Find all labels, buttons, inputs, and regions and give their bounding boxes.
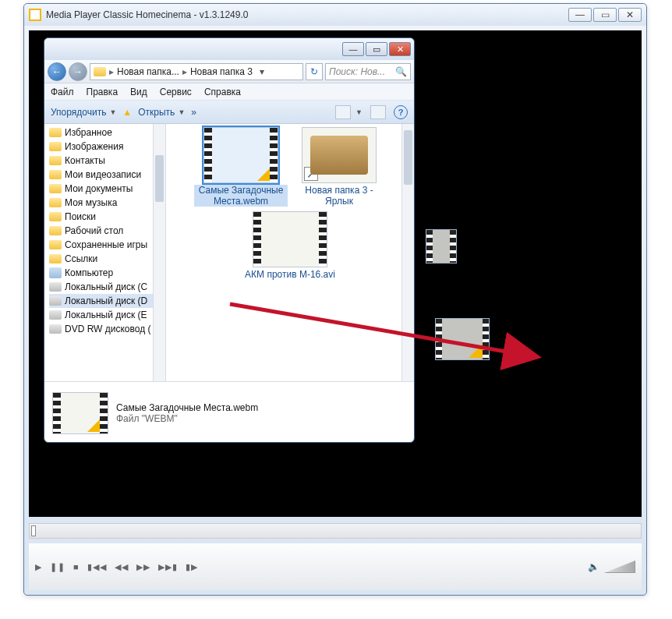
explorer-menubar: Файл Правка Вид Сервис Справка [44,83,414,101]
volume-slider[interactable] [604,561,635,573]
play-button[interactable]: ▶ [35,562,42,572]
seek-handle[interactable] [31,525,36,536]
search-placeholder: Поиск: Нов... [329,66,385,77]
tree-item-label: Ссылки [65,253,97,264]
tree-scroll-thumb[interactable] [155,155,164,202]
forward-button[interactable]: ▶▶ [136,562,150,572]
fld-icon [49,240,62,249]
maximize-button[interactable]: ▭ [593,8,617,22]
menu-tools[interactable]: Сервис [160,87,192,97]
explorer-minimize-button[interactable]: — [342,42,364,56]
svg-rect-1 [30,10,40,19]
tree-item-label: Избранное [65,127,112,138]
items-scroll-thumb[interactable] [404,130,412,185]
tree-item[interactable]: Локальный диск (E [49,308,165,322]
toolbar-more[interactable]: » [191,107,196,118]
chevron-down-icon[interactable]: ▼ [355,108,363,116]
fld-icon [49,156,62,165]
tree-item[interactable]: Моя музыка [49,196,165,210]
stop-button[interactable]: ■ [73,562,80,571]
file-thumb [203,127,278,183]
items-pane[interactable]: Самые Загадочные Места.webm↗Новая папка … [166,124,414,381]
minimize-button[interactable]: — [568,8,592,22]
file-item[interactable]: ↗Новая папка 3 - Ярлык [292,127,386,207]
file-label: АКМ против M-16.avi [243,269,337,280]
explorer-toolbar: Упорядочить▼ ▲ Открыть▼ » ▼ ? [44,101,414,124]
tree-item[interactable]: Компьютер [49,266,165,280]
menu-help[interactable]: Справка [204,87,241,97]
tree-item[interactable]: DVD RW дисковод ( [49,322,165,336]
forward-button[interactable]: → [69,62,87,81]
help-button[interactable]: ? [394,105,408,119]
fld-icon [49,198,62,207]
refresh-button[interactable]: ↻ [306,63,323,80]
explorer-close-button[interactable]: ✕ [389,42,411,56]
comp-icon [49,267,62,278]
tree-item[interactable]: Избранное [49,126,165,140]
menu-file[interactable]: Файл [51,87,74,97]
crumb-sep: ▸ [109,66,114,77]
file-label: Самые Загадочные Места.webm [194,185,288,207]
open-icon: ▲ [122,107,132,118]
tree-item[interactable]: Рабочий стол [49,224,165,238]
explorer-titlebar[interactable]: — ▭ ✕ [44,38,414,60]
drv-icon [49,296,62,306]
file-label: Новая папка 3 - Ярлык [292,185,386,207]
items-scrollbar[interactable] [401,124,414,381]
open-button[interactable]: Открыть [138,107,175,118]
tree-item[interactable]: Ссылки [49,252,165,266]
menu-edit[interactable]: Правка [87,87,118,97]
rewind-button[interactable]: ◀◀ [115,562,129,572]
tree-item[interactable]: Мои видеозаписи [49,168,165,182]
menu-view[interactable]: Вид [130,87,147,97]
tree-item[interactable]: Локальный диск (D [49,294,165,308]
address-bar[interactable]: ▸ Новая папка... ▸ Новая папка 3 ▾ [90,63,303,80]
back-button[interactable]: ← [48,62,66,81]
drv-icon [49,324,62,334]
tree-item-label: Локальный диск (E [65,310,147,320]
tree-item[interactable]: Поиски [49,210,165,224]
mpc-seekbar[interactable] [29,523,642,539]
address-dropdown[interactable]: ▾ [256,66,268,77]
tree-item[interactable]: Изображения [49,140,165,154]
search-input[interactable]: Поиск: Нов... 🔍 [325,63,411,80]
next-button[interactable]: ▶▶▮ [158,562,178,572]
search-icon[interactable]: 🔍 [395,66,407,77]
tree-item-label: Рабочий стол [65,225,123,236]
overlay-icon [87,413,106,432]
tree-item[interactable]: Контакты [49,154,165,168]
prev-button[interactable]: ▮◀◀ [87,562,107,572]
tree-item[interactable]: Мои документы [49,182,165,196]
step-button[interactable]: ▮▶ [186,562,198,572]
explorer-maximize-button[interactable]: ▭ [366,42,387,56]
chevron-down-icon[interactable]: ▼ [178,108,185,116]
file-item[interactable]: Самые Загадочные Места.webm [194,127,288,207]
fld-icon [49,128,62,137]
nav-tree: ИзбранноеИзображенияКонтактыМои видеозап… [44,124,166,381]
mpc-controls: ▶ ❚❚ ■ ▮◀◀ ◀◀ ▶▶ ▶▶▮ ▮▶ 🔈 [29,543,642,590]
drv-icon [49,282,62,292]
chevron-down-icon[interactable]: ▼ [109,108,116,116]
tree-item-label: Локальный диск (C [65,281,147,292]
tree-item[interactable]: Сохраненные игры [49,238,165,252]
breadcrumb-1[interactable]: Новая папка... [117,66,179,77]
pause-button[interactable]: ❚❚ [50,562,65,572]
view-mode-button[interactable] [335,105,351,119]
breadcrumb-2[interactable]: Новая папка 3 [190,66,253,77]
tree-item[interactable]: Локальный диск (C [49,280,165,294]
overlay-icon [469,339,487,358]
tree-item-label: Контакты [65,155,105,166]
close-button[interactable]: ✕ [618,8,642,22]
mpc-title: Media Player Classic Homecinema - v1.3.1… [46,9,248,20]
preview-pane-button[interactable] [370,105,386,119]
tree-item-label: Моя музыка [65,197,117,208]
tree-scrollbar[interactable] [153,124,165,381]
fld-icon [49,212,62,221]
organize-button[interactable]: Упорядочить [51,107,106,118]
file-item[interactable]: АКМ против M-16.avi [243,211,337,280]
tree-item-label: DVD RW дисковод ( [65,324,151,334]
mpc-titlebar[interactable]: Media Player Classic Homecinema - v1.3.1… [24,4,646,26]
file-thumb: ↗ [302,127,377,183]
fld-icon [49,184,62,193]
volume-icon[interactable]: 🔈 [588,561,599,572]
